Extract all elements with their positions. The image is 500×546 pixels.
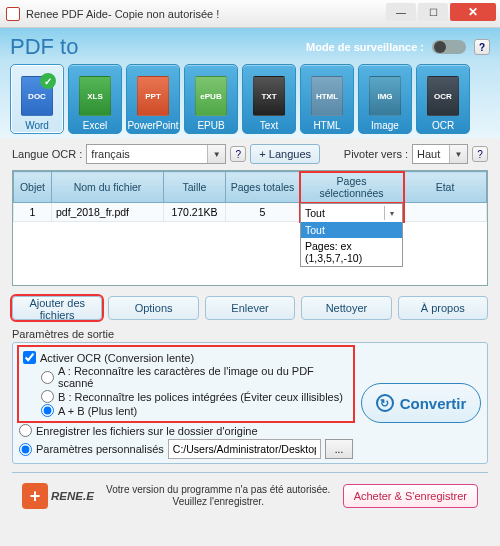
cell-size: 170.21KB [164, 203, 226, 222]
add-files-button[interactable]: Ajouter des fichiers [12, 296, 102, 320]
footer-message: Votre version du programme n'a pas été a… [102, 484, 335, 508]
pivot-value: Haut [413, 148, 449, 160]
remove-button[interactable]: Enlever [205, 296, 295, 320]
pages-select-dropdown[interactable]: Tout ▾ Tout Pages: ex (1,3,5,7,-10) [300, 203, 403, 267]
excel-icon: XLS [79, 76, 111, 116]
actions-row: Ajouter des fichiers Options Enlever Net… [12, 296, 488, 320]
logo-text: RENE.E [51, 490, 94, 502]
ocr-mode-ab-radio[interactable] [41, 404, 54, 417]
separator [12, 472, 488, 473]
table-row[interactable]: 1 pdf_2018_fr.pdf 170.21KB 5 Tout ▾ Tout… [14, 203, 487, 222]
header: PDF to Mode de surveillance : ? DOCWordX… [0, 28, 500, 138]
format-ppt[interactable]: PPTPowerPoint [126, 64, 180, 134]
ocr-mode-a-radio[interactable] [41, 371, 54, 384]
pivot-select[interactable]: Haut ▼ [412, 144, 468, 164]
format-word[interactable]: DOCWord [10, 64, 64, 134]
help-surveillance-icon[interactable]: ? [474, 39, 490, 55]
logo-icon: + [22, 483, 48, 509]
output-path-input[interactable] [168, 439, 321, 459]
convert-icon: ↻ [376, 394, 394, 412]
format-label: HTML [313, 120, 340, 131]
save-origin-radio[interactable] [19, 424, 32, 437]
ocr-mode-a-label: A : Reconnaître les caractères de l'imag… [58, 365, 349, 389]
format-label: PowerPoint [127, 120, 178, 131]
format-excel[interactable]: XLSExcel [68, 64, 122, 134]
cell-filename: pdf_2018_fr.pdf [52, 203, 164, 222]
header-title: PDF to [10, 34, 78, 60]
ppt-icon: PPT [137, 76, 169, 116]
surveillance-toggle[interactable] [432, 40, 466, 54]
chevron-down-icon[interactable]: ▾ [384, 206, 398, 220]
window-title: Renee PDF Aide- Copie non autorisée ! [26, 8, 219, 20]
col-state[interactable]: Etat [404, 172, 487, 203]
buy-register-button[interactable]: Acheter & S'enregistrer [343, 484, 478, 508]
format-image[interactable]: IMGImage [358, 64, 412, 134]
ocr-language-select[interactable]: français ▼ [86, 144, 226, 164]
output-params-panel: Activer OCR (Conversion lente) A : Recon… [12, 342, 488, 464]
cell-selected-pages[interactable]: Tout ▾ Tout Pages: ex (1,3,5,7,-10) [300, 203, 404, 222]
minimize-button[interactable]: — [386, 3, 416, 21]
save-origin-label: Enregistrer les fichiers sur le dossier … [36, 425, 258, 437]
format-label: Text [260, 120, 278, 131]
convert-button[interactable]: ↻ Convertir [361, 383, 481, 423]
help-pivot-icon[interactable]: ? [472, 146, 488, 162]
pivot-label: Pivoter vers : [344, 148, 408, 160]
save-custom-radio[interactable] [19, 443, 32, 456]
pages-option-all[interactable]: Tout [301, 222, 402, 238]
format-ocr[interactable]: OCROCR [416, 64, 470, 134]
format-label: Excel [83, 120, 107, 131]
close-button[interactable]: ✕ [450, 3, 496, 21]
format-label: Word [25, 120, 49, 131]
format-label: OCR [432, 120, 454, 131]
format-label: EPUB [197, 120, 224, 131]
convert-label: Convertir [400, 395, 467, 412]
ocr-mode-b-radio[interactable] [41, 390, 54, 403]
cell-pages: 5 [226, 203, 300, 222]
app-icon [6, 7, 20, 21]
word-icon: DOC [21, 76, 53, 116]
format-list: DOCWordXLSExcelPPTPowerPointePUBEPUBTXTT… [10, 64, 490, 134]
format-label: Image [371, 120, 399, 131]
footer: + RENE.E Votre version du programme n'a … [12, 479, 488, 515]
browse-path-button[interactable]: ... [325, 439, 353, 459]
html-icon: HTML [311, 76, 343, 116]
format-text[interactable]: TXTText [242, 64, 296, 134]
format-epub[interactable]: ePUBEPUB [184, 64, 238, 134]
col-pages[interactable]: Pages totales [226, 172, 300, 203]
ocr-checkbox[interactable] [23, 351, 36, 364]
ocr-language-label: Langue OCR : [12, 148, 82, 160]
add-languages-button[interactable]: + Langues [250, 144, 320, 164]
ocr-checkbox-label: Activer OCR (Conversion lente) [40, 352, 194, 364]
surveillance-label: Mode de surveillance : [306, 41, 424, 53]
ocr-mode-ab-label: A + B (Plus lent) [58, 405, 137, 417]
chevron-down-icon[interactable]: ▼ [449, 145, 467, 163]
save-custom-label: Paramètres personnalisés [36, 443, 164, 455]
help-ocr-language-icon[interactable]: ? [230, 146, 246, 162]
ocr-icon: OCR [427, 76, 459, 116]
col-objet[interactable]: Objet [14, 172, 52, 203]
image-icon: IMG [369, 76, 401, 116]
clean-button[interactable]: Nettoyer [301, 296, 391, 320]
output-params-label: Paramètres de sortie [12, 328, 488, 340]
title-bar: Renee PDF Aide- Copie non autorisée ! — … [0, 0, 500, 28]
col-name[interactable]: Nom du fichier [52, 172, 164, 203]
pages-option-example[interactable]: Pages: ex (1,3,5,7,-10) [301, 238, 402, 266]
chevron-down-icon[interactable]: ▼ [207, 145, 225, 163]
col-selected-pages[interactable]: Pages sélectionnées [300, 172, 404, 203]
about-button[interactable]: À propos [398, 296, 488, 320]
epub-icon: ePUB [195, 76, 227, 116]
col-size[interactable]: Taille [164, 172, 226, 203]
cell-objet: 1 [14, 203, 52, 222]
cell-state [404, 203, 487, 222]
text-icon: TXT [253, 76, 285, 116]
file-table: Objet Nom du fichier Taille Pages totale… [12, 170, 488, 286]
ocr-language-value: français [87, 148, 207, 160]
pages-select-value: Tout [305, 207, 325, 219]
format-html[interactable]: HTMLHTML [300, 64, 354, 134]
ocr-mode-b-label: B : Reconnaître les polices intégrées (É… [58, 391, 343, 403]
options-button[interactable]: Options [108, 296, 198, 320]
maximize-button[interactable]: ☐ [418, 3, 448, 21]
